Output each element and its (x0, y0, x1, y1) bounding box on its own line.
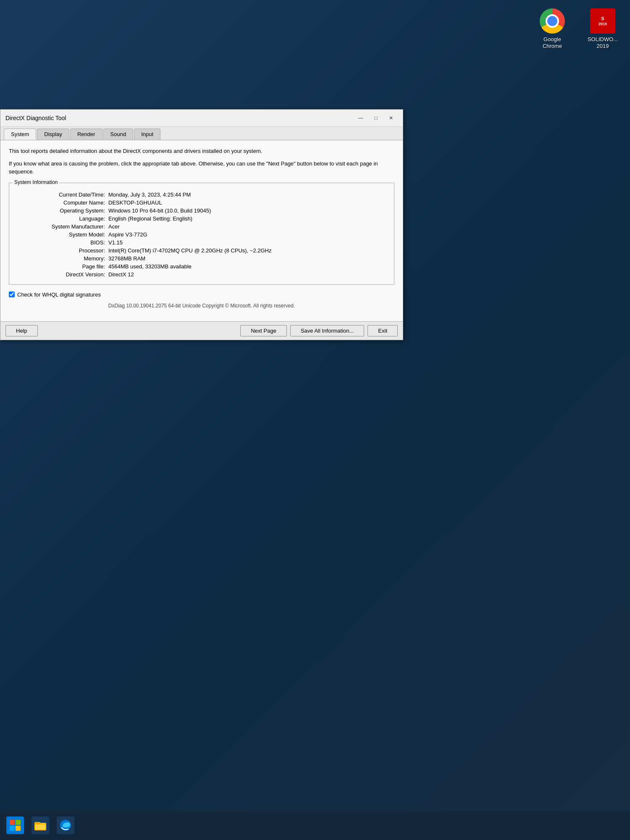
chrome-icon-img (540, 8, 565, 34)
window-body: This tool reports detailed information a… (0, 140, 403, 321)
tab-input[interactable]: Input (134, 129, 160, 140)
tab-render[interactable]: Render (70, 129, 102, 140)
label-computername: Computer Name: (16, 200, 108, 206)
window-footer: Help Next Page Save All Information... E… (0, 321, 403, 340)
directx-diagnostic-window: DirectX Diagnostic Tool — □ ✕ System Dis… (0, 109, 403, 340)
label-pagefile: Page file: (16, 263, 108, 270)
section-title: System Information (13, 179, 59, 185)
value-pagefile: 4564MB used, 33203MB available (108, 263, 192, 270)
tab-system[interactable]: System (4, 129, 36, 140)
footer-note: DxDiag 10.00.19041.2075 64-bit Unicode C… (9, 303, 394, 309)
label-manufacturer: System Manufacturer: (16, 223, 108, 230)
value-bios: V1.15 (108, 239, 123, 246)
save-all-button[interactable]: Save All Information... (290, 325, 364, 336)
taskbar-icon-start[interactable] (4, 814, 26, 836)
info-row-computername: Computer Name: DESKTOP-1GHUAUL (16, 200, 387, 206)
minimize-button[interactable]: — (354, 113, 368, 123)
label-directx: DirectX Version: (16, 271, 108, 278)
start-icon (6, 816, 24, 834)
info-row-directx: DirectX Version: DirectX 12 (16, 271, 387, 278)
description-2: If you know what area is causing the pro… (9, 160, 394, 176)
svg-rect-0 (10, 820, 15, 825)
desktop-icons-area: GoogleChrome S2019 SOLIDWO...2019 (533, 8, 622, 49)
info-row-os: Operating System: Windows 10 Pro 64-bit … (16, 207, 387, 214)
taskbar-icon-explorer[interactable] (29, 814, 51, 836)
window-tabs: System Display Render Sound Input (0, 127, 403, 140)
svg-rect-1 (16, 820, 21, 825)
info-row-processor: Processor: Intel(R) Core(TM) i7-4702MQ C… (16, 247, 387, 254)
info-row-model: System Model: Aspire V3-772G (16, 231, 387, 238)
info-row-datetime: Current Date/Time: Monday, July 3, 2023,… (16, 192, 387, 198)
label-processor: Processor: (16, 247, 108, 254)
whql-checkbox[interactable] (9, 291, 15, 297)
label-datetime: Current Date/Time: (16, 192, 108, 198)
value-directx: DirectX 12 (108, 271, 134, 278)
svg-rect-3 (16, 826, 21, 831)
help-button[interactable]: Help (5, 325, 38, 336)
next-page-button[interactable]: Next Page (240, 325, 287, 336)
system-information-section: System Information Current Date/Time: Mo… (9, 183, 394, 285)
description-1: This tool reports detailed information a… (9, 147, 394, 155)
info-row-language: Language: English (Regional Setting: Eng… (16, 215, 387, 222)
window-title: DirectX Diagnostic Tool (5, 115, 66, 121)
solidworks-icon-img: S2019 (590, 8, 615, 34)
label-os: Operating System: (16, 207, 108, 214)
close-button[interactable]: ✕ (384, 113, 398, 123)
svg-rect-2 (10, 826, 15, 831)
value-memory: 32768MB RAM (108, 255, 145, 262)
tab-display[interactable]: Display (37, 129, 69, 140)
info-row-bios: BIOS: V1.15 (16, 239, 387, 246)
info-row-memory: Memory: 32768MB RAM (16, 255, 387, 262)
info-table: Current Date/Time: Monday, July 3, 2023,… (16, 188, 387, 278)
tab-sound[interactable]: Sound (103, 129, 134, 140)
maximize-button[interactable]: □ (369, 113, 383, 123)
desktop: GoogleChrome S2019 SOLIDWO...2019 Direct… (0, 0, 630, 840)
value-os: Windows 10 Pro 64-bit (10.0, Build 19045… (108, 207, 211, 214)
svg-rect-5 (34, 822, 40, 824)
label-memory: Memory: (16, 255, 108, 262)
google-chrome-icon[interactable]: GoogleChrome (533, 8, 571, 49)
label-language: Language: (16, 215, 108, 222)
label-bios: BIOS: (16, 239, 108, 246)
edge-icon (57, 816, 74, 834)
taskbar-icon-edge[interactable] (55, 814, 76, 836)
value-datetime: Monday, July 3, 2023, 4:25:44 PM (108, 192, 191, 198)
chrome-label: GoogleChrome (543, 36, 562, 49)
info-row-manufacturer: System Manufacturer: Acer (16, 223, 387, 230)
window-controls: — □ ✕ (354, 113, 398, 123)
value-language: English (Regional Setting: English) (108, 215, 192, 222)
whql-label[interactable]: Check for WHQL digital signatures (17, 291, 101, 298)
taskbar-bottom (0, 811, 630, 840)
exit-button[interactable]: Exit (368, 325, 398, 336)
footer-buttons-right: Next Page Save All Information... Exit (240, 325, 398, 336)
solidworks-icon[interactable]: S2019 SOLIDWO...2019 (584, 8, 622, 49)
value-manufacturer: Acer (108, 223, 120, 230)
info-row-pagefile: Page file: 4564MB used, 33203MB availabl… (16, 263, 387, 270)
value-model: Aspire V3-772G (108, 231, 147, 238)
solidworks-label: SOLIDWO...2019 (588, 36, 618, 49)
whql-checkbox-row: Check for WHQL digital signatures (9, 291, 394, 298)
value-processor: Intel(R) Core(TM) i7-4702MQ CPU @ 2.20GH… (108, 247, 271, 254)
window-titlebar: DirectX Diagnostic Tool — □ ✕ (0, 110, 403, 127)
svg-rect-6 (35, 824, 45, 830)
explorer-icon (32, 816, 49, 834)
value-computername: DESKTOP-1GHUAUL (108, 200, 162, 206)
label-model: System Model: (16, 231, 108, 238)
